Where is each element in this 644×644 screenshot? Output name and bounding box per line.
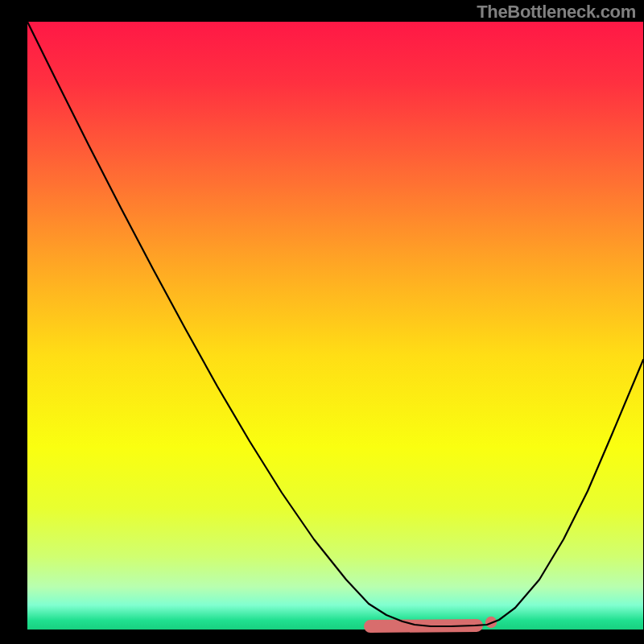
bottleneck-chart [0, 0, 644, 644]
attribution-label: TheBottleneck.com [477, 2, 636, 23]
chart-container: TheBottleneck.com [0, 0, 644, 644]
plot-background [27, 22, 643, 630]
